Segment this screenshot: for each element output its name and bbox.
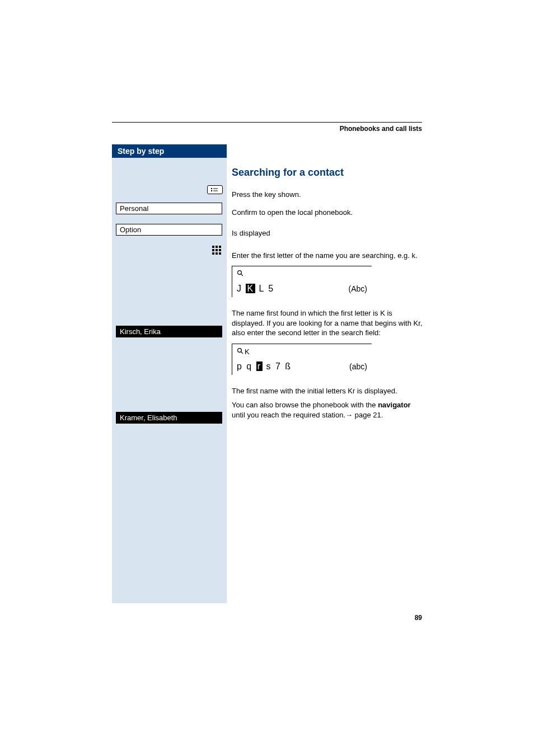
content-column: Searching for a contact Press the key sh… [232,167,425,420]
text-is-displayed: Is displayed [232,228,425,238]
letters-before-2: p q [237,361,256,371]
search-icon [237,270,243,278]
search-query-row-1 [237,270,367,278]
svg-rect-7 [212,249,214,251]
keypad-icon [212,245,222,256]
svg-rect-8 [216,249,218,251]
header-section-title: Phonebooks and call lists [112,125,422,133]
svg-rect-5 [216,246,218,248]
letters-after-2: s 7 ß [263,361,292,371]
search-display-1: J K L 5 (Abc) [232,266,372,297]
search-letters-row-1: J K L 5 (Abc) [237,284,367,294]
svg-rect-10 [212,252,214,255]
letters-after-1: L 5 [255,284,274,293]
letter-highlight-1: K [246,284,255,293]
svg-rect-12 [219,252,221,255]
sidebar-title: Step by step [112,144,227,158]
text-press-key: Press the key shown. [232,190,425,200]
input-mode-1: (Abc) [349,284,367,293]
letter-highlight-2: r [256,361,263,371]
svg-point-15 [238,348,242,352]
sidebar-box-personal: Personal [116,203,222,214]
letter-options-2: p q r s 7 ß [237,361,292,372]
svg-rect-4 [212,246,214,248]
page-header: Phonebooks and call lists [112,122,422,133]
text-first-found: The name first found in which the first … [232,308,425,338]
browse-post: until you reach the required station. [232,411,345,419]
text-enter-first: Enter the first letter of the name you a… [232,251,425,261]
text-browse-navigator: You can also browse the phonebook with t… [232,400,425,420]
svg-rect-6 [219,246,221,248]
letter-options-1: J K L 5 [237,284,274,294]
svg-line-16 [241,351,243,353]
text-kr-displayed: The first name with the initial letters … [232,386,425,396]
page-ref: page 21. [353,411,383,419]
search-icon [237,348,243,356]
sidebar-box-kramer: Kramer, Elisabeth [116,412,222,424]
section-heading: Searching for a contact [232,167,425,179]
document-page: Phonebooks and call lists Step by step P… [0,0,534,756]
search-letters-row-2: p q r s 7 ß (abc) [237,361,367,372]
arrow-icon: → [345,411,353,419]
svg-rect-11 [216,252,218,255]
input-mode-2: (abc) [349,362,367,371]
header-rule [112,122,422,123]
search-query-row-2: K [237,348,367,356]
browse-bold: navigator [378,401,411,409]
search-query-2: K [245,348,250,356]
text-confirm-open: Confirm to open the local phonebook. [232,208,425,218]
page-number: 89 [415,614,422,622]
letters-before-1: J [237,284,246,293]
search-display-2: K p q r s 7 ß (abc) [232,344,372,375]
sidebar-box-option: Option [116,224,222,236]
svg-point-0 [211,188,212,189]
svg-point-1 [211,190,212,191]
svg-line-14 [241,274,243,276]
svg-point-13 [238,271,242,275]
sidebar-box-kirsch: Kirsch, Erika [116,326,222,337]
phonebook-key-icon [207,185,223,194]
svg-rect-9 [219,249,221,251]
browse-pre: You can also browse the phonebook with t… [232,401,378,409]
